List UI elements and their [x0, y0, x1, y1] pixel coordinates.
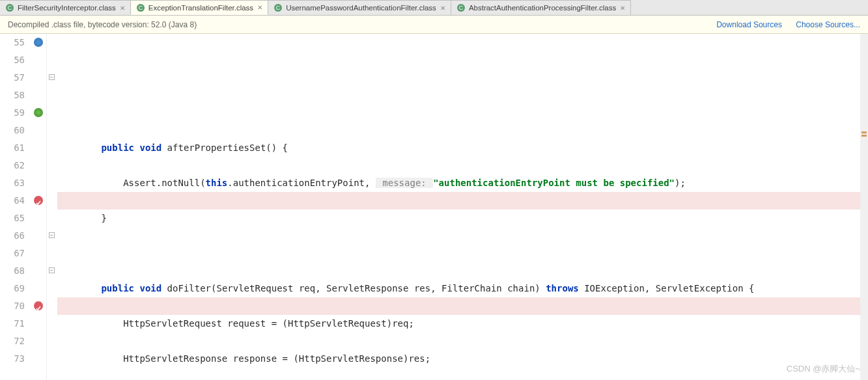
class-file-icon: C [456, 3, 466, 12]
close-icon[interactable]: ✕ [120, 5, 125, 12]
line-number: 68 [0, 262, 25, 280]
tab-label: AbstractAuthenticationProcessingFilter.c… [469, 4, 616, 12]
close-icon[interactable]: ✕ [440, 5, 445, 12]
override-marker-icon[interactable] [34, 108, 43, 117]
tab-label: ExceptionTranslationFilter.class [148, 4, 253, 12]
line-number: 65 [0, 210, 25, 227]
line-number: 73 [0, 350, 25, 368]
code-line [57, 245, 868, 262]
code-line: HttpServletRequest request = (HttpServle… [57, 315, 868, 332]
svg-text:C: C [276, 5, 281, 11]
banner-links: Download Sources Choose Sources... [705, 20, 860, 29]
caret-indicator: | [57, 192, 63, 210]
class-file-icon: C [5, 3, 14, 12]
line-number: 63 [0, 174, 25, 192]
close-icon[interactable]: ✕ [620, 5, 625, 12]
svg-text:C: C [459, 5, 464, 11]
tab-label: UsernamePasswordAuthenticationFilter.cla… [286, 4, 436, 12]
line-number: 56 [0, 51, 25, 69]
line-number: 59 [0, 104, 25, 122]
decompile-banner: Decompiled .class file, bytecode version… [0, 16, 868, 34]
code-editor[interactable]: 55 56 57 58 59 60 61 62 63 64 65 66 67 6… [0, 34, 868, 380]
tab-filter-security[interactable]: C FilterSecurityInterceptor.class ✕ [0, 0, 131, 15]
fold-toggle-icon[interactable]: − [49, 267, 55, 273]
fold-toggle-icon[interactable]: − [49, 74, 55, 80]
svg-text:C: C [139, 5, 143, 11]
class-file-icon: C [136, 3, 145, 12]
choose-sources-link[interactable]: Choose Sources... [796, 20, 860, 29]
override-marker-icon[interactable] [34, 38, 43, 47]
tab-exception-translation[interactable]: C ExceptionTranslationFilter.class ✕ [130, 0, 268, 15]
code-line: public void doFilter(ServletRequest req,… [57, 280, 868, 297]
line-number: 55 [0, 34, 25, 51]
line-number: 67 [0, 245, 25, 262]
line-number: 70 [0, 297, 25, 315]
code-line: public void afterPropertiesSet() { [57, 139, 868, 157]
line-number: 64 [0, 192, 25, 210]
line-number: 62 [0, 157, 25, 174]
code-line: } [57, 210, 868, 227]
code-line: Assert.notNull(this.authenticationEntryP… [57, 174, 868, 192]
download-sources-link[interactable]: Download Sources [716, 20, 782, 29]
gutter-markers [31, 34, 47, 380]
line-number: 71 [0, 315, 25, 332]
close-icon[interactable]: ✕ [257, 4, 262, 11]
fold-toggle-icon[interactable]: − [49, 232, 55, 238]
line-number: 57 [0, 69, 25, 87]
code-area[interactable]: | public void afterPropertiesSet() { Ass… [57, 34, 868, 380]
banner-message: Decompiled .class file, bytecode version… [8, 20, 197, 29]
fold-gutter: − − − [47, 34, 57, 380]
tab-user-pass-auth[interactable]: C UsernamePasswordAuthenticationFilter.c… [268, 0, 451, 15]
class-file-icon: C [273, 3, 283, 12]
line-number: 66 [0, 227, 25, 245]
tab-abstract-auth[interactable]: C AbstractAuthenticationProcessingFilter… [451, 0, 631, 15]
line-number-gutter: 55 56 57 58 59 60 61 62 63 64 65 66 67 6… [0, 34, 31, 380]
code-line: HttpServletResponse response = (HttpServ… [57, 350, 868, 368]
editor-tabs: C FilterSecurityInterceptor.class ✕ C Ex… [0, 0, 868, 16]
breakpoint-icon[interactable] [34, 196, 43, 205]
line-number: 60 [0, 122, 25, 139]
tab-label: FilterSecurityInterceptor.class [18, 4, 116, 12]
line-number: 58 [0, 87, 25, 104]
svg-text:C: C [8, 5, 12, 11]
line-number: 61 [0, 139, 25, 157]
line-number: 69 [0, 280, 25, 297]
breakpoint-icon[interactable] [34, 301, 43, 310]
line-number: 72 [0, 332, 25, 350]
